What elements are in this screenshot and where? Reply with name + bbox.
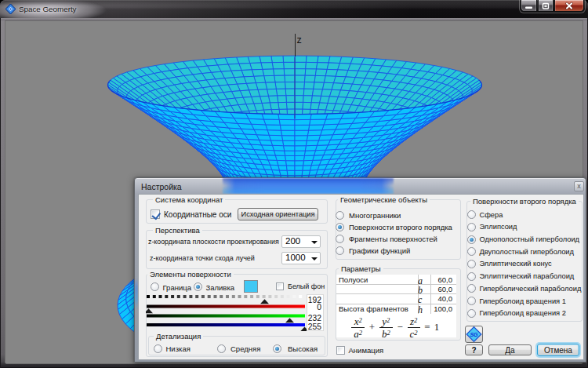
svg-text:SG: SG xyxy=(470,332,478,337)
svg-text:z: z xyxy=(297,35,302,46)
